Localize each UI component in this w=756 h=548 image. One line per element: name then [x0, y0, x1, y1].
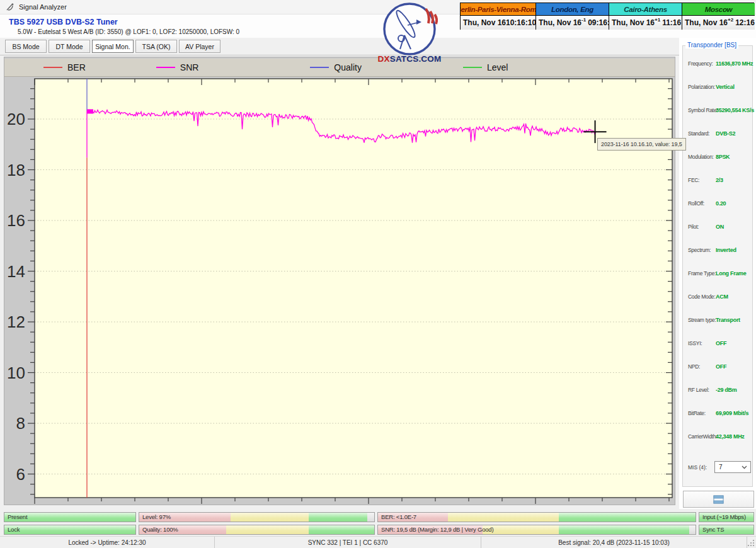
chart-tooltip: 2023-11-16 10.16.10, value: 19,5: [597, 138, 686, 151]
tp-label-7: Pilot:: [688, 223, 699, 231]
indicator-bar-quality: Quality: 100%: [139, 525, 375, 535]
table-view-button[interactable]: [683, 491, 754, 508]
y-axis-label-20: 20: [7, 110, 25, 128]
table-icon: [713, 495, 724, 504]
tab-dt-mode[interactable]: DT Mode: [49, 40, 90, 53]
tp-value-16: 42,348 MHz: [716, 433, 745, 441]
tp-label-3: Standard:: [688, 130, 709, 138]
tp-value-14: -29 dBm: [716, 386, 736, 394]
tp-label-9: Frame Type:: [688, 270, 716, 278]
tp-label-4: Modulation:: [688, 153, 714, 161]
y-axis-label-10: 10: [7, 363, 25, 382]
chart-legend: BERSNRQualityLevel: [4, 59, 675, 77]
clock-city-1: Berlin-Paris-Vienna-Roma: [461, 3, 536, 16]
tp-label-0: Frequency:: [688, 60, 713, 68]
tp-label-15: BitRate:: [688, 409, 706, 418]
tp-value-5: 2/3: [716, 176, 723, 185]
y-axis-label-12: 12: [7, 312, 25, 331]
signal-analyzer-window: Signal Analyzer TBS 5927 USB DVB-S2 Tune…: [0, 0, 756, 548]
logo-dx: DX: [378, 54, 390, 64]
y-axis-label-14: 14: [7, 262, 25, 281]
tp-label-16: CarrierWidth:: [688, 433, 717, 441]
tuner-title: TBS 5927 USB DVB-S2 Tuner: [9, 18, 118, 26]
tp-value-2: 35290,554 KS/s: [716, 106, 754, 115]
tp-value-8: Inverted: [716, 246, 736, 254]
resize-grip[interactable]: [747, 539, 755, 547]
signal-plot[interactable]: 68101214161820: [4, 76, 675, 505]
mis-select[interactable]: 7: [714, 461, 751, 473]
legend-swatch-snr: [156, 67, 175, 68]
indicator-label-present: Present: [8, 513, 27, 522]
satellite-dish-logo-icon: [373, 1, 446, 55]
legend-item-quality: Quality: [310, 62, 362, 72]
mis-selected-value: 7: [719, 464, 742, 471]
world-clock-panel: Berlin-Paris-Vienna-RomaLondon, EngCairo…: [460, 3, 754, 30]
tuner-subtitle: 5.0W - Eutelsat 5 West A/B (ID: 3550) @ …: [18, 28, 239, 35]
y-axis-label-8: 8: [16, 414, 25, 433]
tp-label-10: Code Mode:: [688, 293, 715, 301]
tp-value-3: DVB-S2: [716, 130, 735, 138]
tp-label-6: RollOff:: [688, 200, 704, 208]
statusbar-sync-counters: SYNC 332 | TEI 1 | CC 6370: [214, 537, 481, 548]
tp-value-11: Transport: [716, 316, 740, 324]
y-axis-label-16: 16: [7, 211, 25, 230]
clock-time-2: Thu, Nov 16-109:16:10: [536, 16, 609, 30]
indicator-bar-level: Level: 97%: [139, 512, 375, 522]
tp-value-9: Long Frame: [716, 270, 747, 278]
clock-time-3: Thu, Nov 16+111:16: [609, 16, 682, 30]
clock-time-4: Thu, Nov 16+212:16: [682, 16, 755, 30]
legend-swatch-ber: [43, 67, 62, 68]
tp-label-12: ISSYI:: [688, 340, 702, 348]
tp-label-13: NPD:: [688, 363, 700, 371]
window-title: Signal Analyzer: [19, 3, 67, 11]
legend-item-level: Level: [463, 62, 508, 72]
tp-value-4: 8PSK: [716, 153, 730, 161]
indicator-bar-sync: Sync TS: [699, 525, 754, 535]
tp-value-0: 11636,870 MHz: [716, 60, 753, 68]
chevron-down-icon: [742, 465, 747, 469]
tp-value-10: ACM: [716, 293, 728, 301]
tab-signal-mon-[interactable]: Signal Mon.: [92, 40, 134, 53]
tp-label-11: Stream type:: [688, 316, 716, 324]
legend-swatch-quality: [310, 67, 329, 68]
logo-text: DXSATCS.COM: [373, 54, 446, 64]
tp-value-1: Vertical: [716, 83, 735, 91]
tp-label-14: RF Level:: [688, 386, 709, 394]
indicator-label-snr: SNR: 19,5 dB (Margin: 12,9 dB | Very Goo…: [381, 525, 493, 534]
legend-swatch-level: [463, 67, 482, 68]
legend-item-snr: SNR: [156, 62, 199, 72]
signal-chart-panel: BERSNRQualityLevel 68101214161820 2023-1…: [4, 57, 675, 505]
indicator-bar-ber: BER: <1.0E-7: [377, 512, 696, 522]
status-indicator-bars: PresentLevel: 97%BER: <1.0E-7Input (~19 …: [0, 511, 756, 536]
groupbox-title: Transponder [BS]: [685, 42, 738, 49]
tp-value-15: 69,909 Mbit/s: [716, 409, 748, 418]
clock-city-2: London, Eng: [536, 3, 609, 16]
clock-time-1: Thu, Nov 1610:16:10: [461, 16, 536, 30]
tab-bs-mode[interactable]: BS Mode: [5, 40, 47, 53]
indicator-bar-input: Input (~19 Mbps): [699, 512, 754, 522]
app-icon: [6, 3, 14, 11]
indicator-bar-snr: SNR: 19,5 dB (Margin: 12,9 dB | Very Goo…: [377, 525, 696, 535]
statusbar-lock-uptime: Locked -> Uptime: 24:12:30: [0, 537, 214, 548]
transponder-groupbox: Transponder [BS] MIS (4): 7 Frequency:11…: [682, 45, 753, 487]
statusbar: Locked -> Uptime: 24:12:30 SYNC 332 | TE…: [0, 536, 756, 548]
logo-rest: SATCS.COM: [390, 54, 442, 64]
tp-value-7: ON: [716, 223, 724, 231]
y-axis-label-6: 6: [16, 465, 25, 484]
statusbar-grip-area: [747, 537, 756, 548]
tab-tsa-ok-[interactable]: TSA (OK): [135, 40, 177, 53]
mis-label: MIS (4):: [688, 464, 707, 471]
tp-label-8: Spectrum:: [688, 246, 711, 254]
indicator-label-quality: Quality: 100%: [142, 525, 178, 534]
indicator-label-level: Level: 97%: [142, 513, 171, 522]
plot-area: [35, 79, 672, 498]
tp-label-5: FEC:: [688, 176, 699, 185]
clock-city-4: Moscow: [682, 3, 755, 16]
clock-city-3: Cairo-Athens: [609, 3, 682, 16]
indicator-bar-lock: Lock: [4, 525, 136, 535]
tp-value-12: OFF: [716, 340, 726, 348]
tp-label-2: Symbol Rate:: [688, 106, 718, 115]
tp-label-1: Polarization:: [688, 83, 715, 91]
tab-bar: BS ModeDT ModeSignal Mon.TSA (OK)AV Play…: [0, 38, 679, 55]
tab-av-player[interactable]: AV Player: [179, 40, 220, 53]
